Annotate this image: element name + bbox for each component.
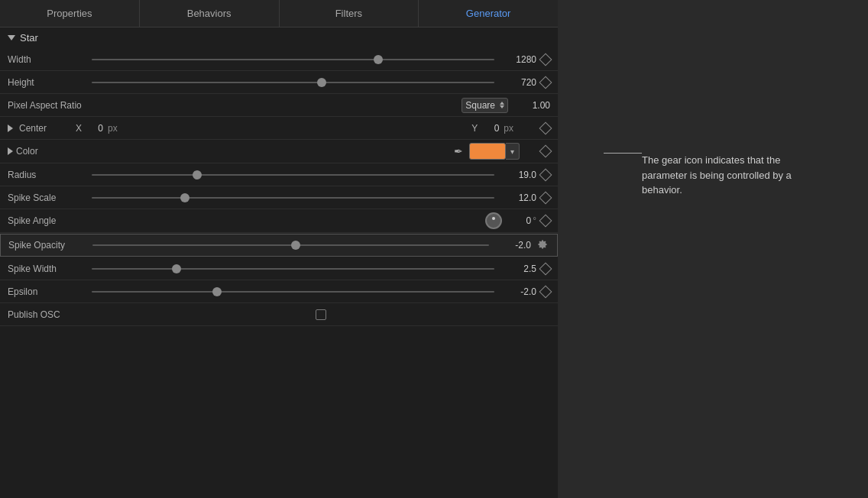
epsilon-slider[interactable]	[92, 291, 494, 293]
section-title: Star	[20, 32, 38, 44]
radius-slider-thumb[interactable]	[193, 170, 202, 179]
radius-keyframe-diamond[interactable]	[539, 168, 552, 181]
color-swatch[interactable]	[469, 143, 506, 160]
center-label: Center	[19, 123, 73, 134]
height-label: Height	[8, 77, 92, 88]
tab-behaviors[interactable]: Behaviors	[140, 0, 280, 27]
width-row: Width 1280	[0, 48, 558, 71]
spike-scale-slider-track	[92, 197, 494, 199]
color-keyframe-diamond[interactable]	[539, 145, 552, 158]
callout-area: The gear icon indicates that the paramet…	[558, 0, 868, 498]
center-y-unit: px	[504, 123, 513, 134]
pixel-aspect-ratio-row: Pixel Aspect Ratio Square 1.00	[0, 94, 558, 117]
publish-osc-checkbox[interactable]	[316, 309, 326, 320]
height-keyframe-diamond[interactable]	[539, 76, 552, 89]
radius-slider[interactable]	[92, 174, 494, 176]
spike-angle-label: Spike Angle	[8, 215, 92, 226]
height-row: Height 720	[0, 71, 558, 94]
width-slider-thumb[interactable]	[374, 55, 383, 64]
tab-filters[interactable]: Filters	[280, 0, 419, 27]
callout-text: The gear icon indicates that the paramet…	[642, 153, 795, 198]
spike-opacity-slider-track	[92, 244, 489, 246]
center-x-label: X	[76, 123, 82, 134]
epsilon-keyframe-diamond[interactable]	[539, 285, 552, 298]
spike-width-slider-track	[92, 268, 494, 270]
width-slider-track	[92, 59, 494, 60]
pixel-aspect-ratio-label: Pixel Aspect Ratio	[8, 100, 92, 111]
color-row: Color ✒ ▾	[0, 140, 558, 163]
spike-angle-value[interactable]: 0°	[502, 215, 536, 226]
spike-angle-row: Spike Angle 0°	[0, 209, 558, 233]
height-value[interactable]: 720	[494, 77, 536, 88]
spike-opacity-value[interactable]: -2.0	[489, 240, 531, 251]
callout-horizontal-line	[604, 153, 642, 154]
spike-angle-keyframe-diamond[interactable]	[539, 215, 552, 228]
tab-properties[interactable]: Properties	[0, 0, 140, 27]
radius-label: Radius	[8, 170, 92, 180]
center-y-value[interactable]: 0	[484, 123, 499, 134]
radius-row: Radius 19.0	[0, 163, 558, 186]
center-expand-icon[interactable]	[8, 124, 13, 132]
epsilon-row: Epsilon -2.0	[0, 280, 558, 303]
publish-osc-row: Publish OSC	[0, 303, 558, 326]
radius-value[interactable]: 19.0	[494, 170, 536, 180]
pixel-aspect-ratio-value[interactable]: 1.00	[508, 100, 550, 111]
spike-opacity-row: Spike Opacity -2.0	[0, 234, 558, 257]
spike-scale-row: Spike Scale 12.0	[0, 186, 558, 209]
callout-group: The gear icon indicates that the paramet…	[604, 153, 795, 198]
spike-scale-value[interactable]: 12.0	[494, 192, 536, 203]
spike-scale-label: Spike Scale	[8, 192, 92, 203]
center-x-unit: px	[108, 123, 118, 134]
color-expand-icon[interactable]	[8, 147, 13, 155]
properties-content: Star Width 1280 Height 720	[0, 27, 558, 498]
par-stepper[interactable]	[500, 102, 504, 108]
spike-angle-dial[interactable]	[485, 212, 502, 229]
spike-width-label: Spike Width	[8, 264, 92, 274]
gear-icon-container[interactable]	[536, 238, 549, 252]
pixel-aspect-ratio-dropdown[interactable]: Square	[462, 98, 508, 113]
epsilon-slider-track	[92, 291, 494, 293]
center-y-label: Y	[471, 123, 478, 134]
pixel-aspect-ratio-dropdown-value: Square	[465, 100, 495, 111]
epsilon-slider-thumb[interactable]	[212, 287, 222, 296]
center-x-value[interactable]: 0	[88, 123, 103, 134]
spike-opacity-slider-thumb[interactable]	[291, 241, 300, 250]
spike-width-keyframe-diamond[interactable]	[539, 262, 552, 275]
width-value[interactable]: 1280	[494, 54, 536, 65]
color-chevron-icon: ▾	[510, 147, 514, 156]
width-slider[interactable]	[92, 59, 494, 60]
spike-scale-slider[interactable]	[92, 197, 494, 199]
height-slider-thumb[interactable]	[317, 78, 326, 87]
spike-width-slider-thumb[interactable]	[172, 264, 181, 273]
par-arrow-down-icon	[500, 105, 504, 108]
tab-bar: Properties Behaviors Filters Generator	[0, 0, 558, 27]
width-label: Width	[8, 54, 92, 65]
width-keyframe-diamond[interactable]	[539, 53, 552, 66]
color-label: Color	[16, 146, 70, 157]
publish-osc-label: Publish OSC	[8, 309, 92, 320]
spike-width-slider[interactable]	[92, 268, 494, 270]
par-arrow-up-icon	[500, 102, 504, 105]
spike-scale-keyframe-diamond[interactable]	[539, 191, 552, 204]
spike-scale-slider-thumb[interactable]	[180, 193, 189, 202]
gear-icon	[536, 239, 549, 251]
height-slider[interactable]	[92, 82, 494, 83]
spike-opacity-slider[interactable]	[92, 244, 489, 246]
eyedropper-icon[interactable]: ✒	[454, 145, 463, 157]
publish-osc-checkbox-area	[92, 309, 550, 320]
spike-opacity-label: Spike Opacity	[8, 240, 92, 251]
star-section-header[interactable]: Star	[0, 27, 558, 48]
epsilon-label: Epsilon	[8, 286, 92, 297]
spike-width-value[interactable]: 2.5	[494, 264, 536, 274]
spike-angle-dial-indicator	[492, 217, 495, 220]
tab-generator[interactable]: Generator	[419, 0, 558, 27]
radius-slider-track	[92, 174, 494, 176]
spike-angle-slider-area	[92, 212, 502, 229]
spike-width-row: Spike Width 2.5	[0, 257, 558, 280]
color-swatch-group[interactable]: ▾	[469, 143, 520, 160]
epsilon-value[interactable]: -2.0	[494, 286, 536, 297]
color-dropdown-button[interactable]: ▾	[506, 143, 520, 160]
height-slider-track	[92, 82, 494, 83]
center-row: Center X 0 px Y 0 px	[0, 117, 558, 140]
center-keyframe-diamond[interactable]	[539, 121, 552, 134]
